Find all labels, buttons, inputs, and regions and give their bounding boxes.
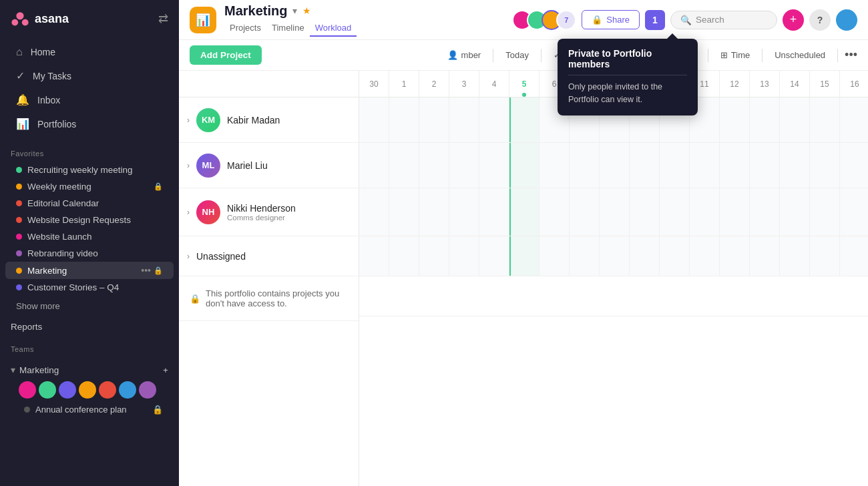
chevron-nikki: ›: [187, 208, 190, 217]
teams-marketing-name[interactable]: ▾ Marketing +: [5, 361, 174, 379]
private-tooltip: Private to Portfolio members Only people…: [558, 39, 698, 115]
grid-cell-unassigned-10: [660, 236, 690, 276]
grid-cell-kabir-15: [810, 97, 840, 142]
grid-cell-unassigned-8: [600, 236, 630, 276]
search-box[interactable]: 🔍 Search: [670, 11, 777, 29]
favorite-customer-stories[interactable]: Customer Stories – Q4: [5, 279, 174, 296]
add-project-button[interactable]: Add Project: [190, 45, 262, 65]
dot-website-design: [16, 217, 22, 223]
sidebar-top: asana ⇄: [0, 0, 179, 37]
tab-workload[interactable]: Workload: [310, 20, 357, 37]
svg-point-1: [11, 19, 18, 26]
grid-cell-mariel-7: [570, 143, 600, 188]
more-options-icon[interactable]: •••: [141, 265, 151, 276]
teams-add-icon[interactable]: +: [163, 365, 168, 375]
date-13: 13: [750, 71, 780, 97]
grid-cell-unassigned-7: [570, 236, 600, 276]
grid-cell-unassigned-16: [840, 236, 868, 276]
unscheduled-control[interactable]: Unscheduled: [769, 47, 831, 63]
more-options-button[interactable]: •••: [845, 48, 857, 62]
grid-cell-unassigned-12: [720, 236, 750, 276]
person-row-nikki[interactable]: › NH Nikki Henderson Comms designer: [179, 188, 359, 236]
unassigned-label: Unassigned: [196, 251, 246, 262]
favorite-rebranding[interactable]: Rebranding video: [5, 245, 174, 262]
sidebar-item-inbox[interactable]: 🔔 Inbox: [5, 88, 174, 111]
grid-cell-mariel-10: [660, 143, 690, 188]
dot-conference: [24, 407, 30, 413]
tab-timeline[interactable]: Timeline: [266, 20, 310, 37]
grid-cell-nikki-11: [690, 188, 720, 236]
portfolio-note: 🔒 This portfolio contains projects you d…: [179, 276, 359, 321]
teams-project-conference[interactable]: Annual conference plan 🔒: [11, 401, 168, 418]
grid-row-mariel: [359, 143, 868, 188]
reports-section[interactable]: Reports: [0, 316, 179, 337]
favorite-website-design[interactable]: Website Design Requests: [5, 212, 174, 228]
grid-cell-nikki-7: [570, 188, 600, 236]
time-control[interactable]: ⊞ Time: [715, 47, 755, 63]
grid-cell-mariel-9: [630, 143, 660, 188]
star-icon[interactable]: ★: [302, 5, 311, 16]
grid-cell-kabir-3: [449, 97, 479, 142]
grid-cell-nikki-16: [840, 188, 868, 236]
grid-cell-unassigned-9: [630, 236, 660, 276]
user-avatar[interactable]: [836, 9, 857, 31]
person-row-mariel[interactable]: › ML Mariel Liu: [179, 143, 359, 188]
sidebar-item-my-tasks[interactable]: ✓ My Tasks: [5, 64, 174, 87]
favorites-list: Recruiting weekly meeting Weekly meeting…: [0, 162, 179, 296]
grid-cell-nikki-8: [600, 188, 630, 236]
date-30: 30: [359, 71, 389, 97]
grid-cell-kabir-1: [389, 97, 419, 142]
grid-cell-kabir-30: [359, 97, 389, 142]
private-badge[interactable]: 1: [645, 10, 665, 30]
share-button[interactable]: 🔒 Share: [582, 10, 640, 29]
grid-cell-unassigned-11: [690, 236, 720, 276]
grid-cell-mariel-8: [600, 143, 630, 188]
favorite-website-launch[interactable]: Website Launch: [5, 228, 174, 245]
grid-cell-kabir-14: [780, 97, 810, 142]
grid-cell-mariel-16: [840, 143, 868, 188]
favorite-editorial[interactable]: Editorial Calendar: [5, 195, 174, 212]
add-button[interactable]: +: [783, 9, 804, 31]
sidebar-item-portfolios[interactable]: 📊 Portfolios: [5, 112, 174, 136]
asana-logo-icon: [11, 9, 29, 28]
sidebar-item-home[interactable]: ⌂ Home: [5, 41, 174, 63]
avatars-stack: 7: [512, 10, 576, 30]
member-count[interactable]: 7: [556, 10, 576, 30]
header-right: 7 🔒 Share 1 🔍 Search + ?: [512, 9, 857, 31]
tab-projects[interactable]: Projects: [224, 20, 266, 37]
grid-cell-mariel-5: [509, 143, 539, 188]
title-chevron-icon[interactable]: ▾: [292, 5, 297, 16]
dot-rebranding: [16, 250, 22, 256]
favorite-recruiting[interactable]: Recruiting weekly meeting: [5, 162, 174, 178]
names-header: [179, 71, 359, 97]
svg-point-0: [16, 12, 23, 19]
avatar-kabir: KM: [196, 108, 220, 132]
grid-cell-mariel-3: [449, 143, 479, 188]
show-more-button[interactable]: Show more: [5, 296, 174, 316]
avatar-nikki: NH: [196, 200, 220, 224]
grid-cell-mariel-30: [359, 143, 389, 188]
grid-cell-mariel-2: [419, 143, 449, 188]
unassigned-row[interactable]: › Unassigned: [179, 236, 359, 276]
teams-label: Teams: [11, 345, 34, 353]
names-column: › KM Kabir Madan › ML Mariel Liu › NH Ni…: [179, 71, 359, 486]
grid-row-portfolio-note: [359, 276, 868, 316]
asana-logo[interactable]: asana: [11, 9, 69, 28]
workload-content: › KM Kabir Madan › ML Mariel Liu › NH Ni…: [179, 71, 868, 486]
help-button[interactable]: ?: [809, 9, 831, 31]
favorite-weekly[interactable]: Weekly meeting 🔒: [5, 178, 174, 195]
date-12: 12: [720, 71, 750, 97]
grid-cell-nikki-1: [389, 188, 419, 236]
date-16: 16: [840, 71, 868, 97]
sidebar-toggle-icon[interactable]: ⇄: [158, 11, 168, 26]
grid-cell-mariel-15: [810, 143, 840, 188]
date-14: 14: [780, 71, 810, 97]
team-avatar-4: [79, 381, 96, 399]
today-control[interactable]: Today: [500, 47, 534, 63]
grid-row-nikki: [359, 188, 868, 236]
person-row-kabir[interactable]: › KM Kabir Madan: [179, 97, 359, 143]
favorites-label: Favorites: [0, 139, 179, 162]
subtitle-nikki: Comms designer: [227, 214, 296, 222]
member-filter[interactable]: 👤 mber: [442, 47, 487, 63]
favorite-marketing[interactable]: Marketing ••• 🔒: [5, 262, 174, 279]
